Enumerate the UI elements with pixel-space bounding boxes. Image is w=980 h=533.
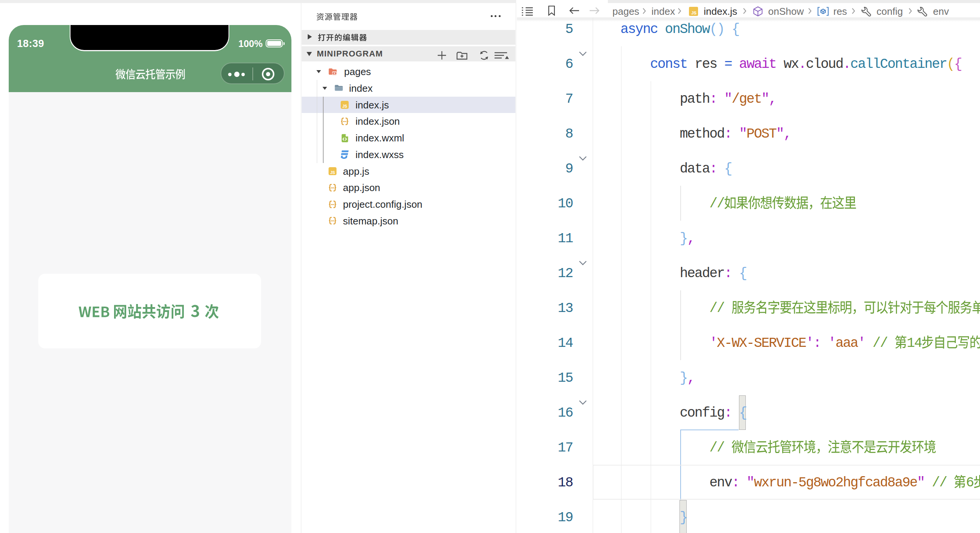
- svg-text:JS: JS: [330, 170, 335, 175]
- svg-text:JS: JS: [342, 104, 347, 108]
- svg-text:JS: JS: [691, 11, 697, 15]
